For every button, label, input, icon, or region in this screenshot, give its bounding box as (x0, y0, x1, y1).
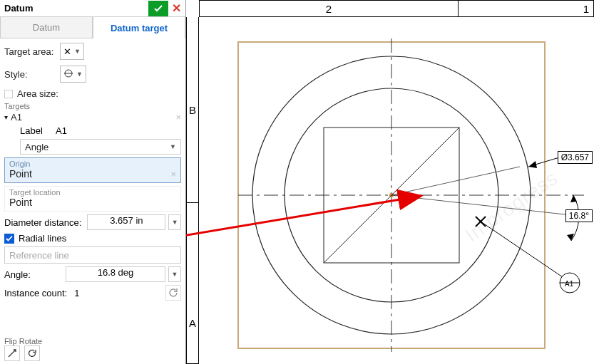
diameter-distance-input[interactable]: 3.657 in (87, 214, 165, 230)
drawing-viewport[interactable]: Ø3.657 16.8° A1 In progress (199, 17, 594, 364)
style-dropdown[interactable]: ▼ (60, 66, 86, 83)
targets-section-label: Targets (0, 100, 185, 110)
target-location-caption: Target location (9, 188, 176, 197)
angle-label: Angle: (4, 269, 31, 280)
flip-button[interactable] (4, 345, 20, 361)
reference-line-input[interactable]: Reference line (4, 246, 181, 264)
origin-field[interactable]: Origin Point × (4, 157, 181, 183)
ruler-row-b: B (187, 17, 198, 202)
panel-header: Datum ✕ (0, 0, 185, 17)
diameter-spin-button[interactable]: ▼ (168, 214, 181, 230)
angle-dimension[interactable]: 16.8° (565, 209, 593, 222)
datum-target-balloon-label[interactable]: A1 (565, 280, 573, 288)
accept-button[interactable] (148, 1, 168, 16)
datum-panel: Datum ✕ Datum Datum target Target area: … (0, 0, 186, 364)
diameter-distance-label: Diameter distance: (4, 217, 81, 228)
target-location-value: Point (9, 197, 176, 208)
style-circle-icon (63, 68, 73, 80)
instance-count-label: Instance count: (4, 288, 67, 298)
clear-origin-button[interactable]: × (170, 169, 176, 180)
reload-button[interactable] (165, 285, 181, 301)
target-area-dropdown[interactable]: ✕ ▼ (60, 43, 84, 60)
rotate-button[interactable] (24, 345, 40, 361)
svg-marker-15 (528, 161, 537, 168)
chevron-down-icon: ▼ (170, 143, 176, 150)
area-size-label: Area size: (17, 88, 68, 99)
svg-marker-18 (567, 234, 574, 241)
target-location-field[interactable]: Target location Point (4, 186, 181, 212)
angle-spin-button[interactable]: ▼ (168, 266, 181, 282)
angle-dropdown-label: Angle (25, 142, 170, 152)
ruler-row-a: A (187, 202, 198, 363)
radial-lines-checkbox[interactable] (4, 234, 14, 244)
ruler-col-1: 1 (458, 1, 593, 16)
cancel-button[interactable]: ✕ (168, 1, 184, 16)
angle-input[interactable]: 16.8 deg (66, 266, 165, 282)
angle-dropdown[interactable]: Angle ▼ (20, 139, 181, 155)
style-label: Style: (4, 69, 56, 80)
target-a1-name: A1 (11, 112, 173, 123)
panel-title: Datum (4, 3, 148, 14)
chevron-down-icon: ▼ (74, 48, 81, 55)
top-ruler: 2 1 (199, 0, 594, 17)
radial-lines-label: Radial lines (19, 233, 66, 244)
label-caption: Label (20, 125, 51, 136)
target-a1-row[interactable]: ▾ A1 × (4, 112, 181, 123)
tab-datum-target[interactable]: Datum target (93, 17, 185, 38)
svg-marker-17 (570, 195, 577, 202)
svg-line-11 (391, 167, 520, 195)
ruler-col-2: 2 (200, 1, 458, 16)
instance-count-value: 1 (74, 288, 79, 298)
target-area-label: Target area: (4, 46, 56, 57)
tab-bar: Datum Datum target (0, 17, 185, 38)
chevron-down-icon: ▼ (76, 71, 83, 78)
flip-rotate-caption: Flip Rotate (4, 337, 181, 345)
tab-datum[interactable]: Datum (0, 17, 93, 38)
area-size-checkbox[interactable] (4, 90, 13, 98)
left-ruler: B A (186, 17, 199, 364)
drawing-canvas[interactable]: 2 1 B A (186, 0, 594, 364)
diameter-dimension[interactable]: Ø3.657 (558, 151, 593, 164)
origin-caption: Origin (9, 160, 176, 168)
origin-value: Point (9, 168, 170, 180)
chevron-down-icon: ▾ (4, 113, 8, 121)
flip-rotate-section: Flip Rotate (0, 336, 185, 364)
remove-target-button[interactable]: × (175, 112, 181, 123)
x-icon: ✕ (63, 46, 71, 57)
reference-line-placeholder: Reference line (9, 250, 69, 261)
label-value: A1 (56, 125, 67, 136)
svg-line-10 (391, 195, 584, 217)
svg-line-19 (481, 222, 563, 277)
